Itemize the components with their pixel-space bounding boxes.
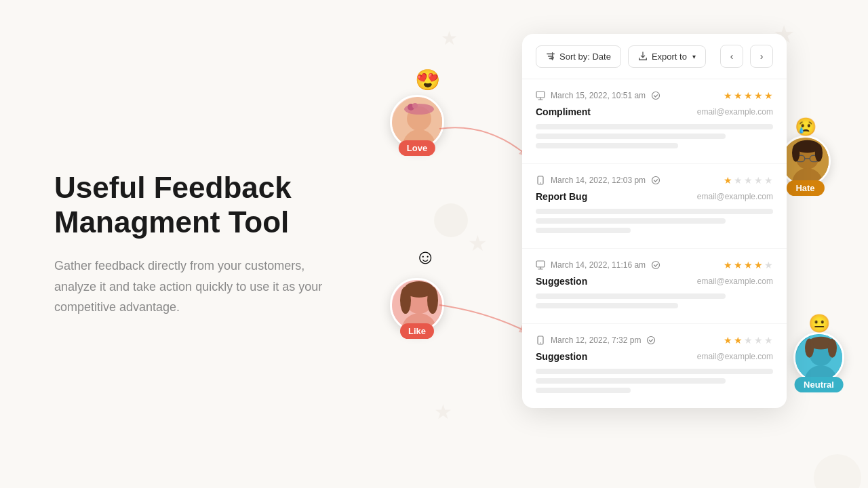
prev-icon: ‹: [730, 51, 734, 62]
star-3-2: ★: [734, 260, 743, 270]
svg-point-36: [648, 337, 655, 344]
mobile-icon-4: [536, 336, 545, 345]
svg-point-20: [815, 144, 823, 161]
monitor-icon-1: [536, 91, 545, 100]
date-4: March 12, 2022, 7:32 pm: [551, 336, 641, 345]
title-row-3: Suggestion email@example.com: [536, 276, 773, 287]
date-2: March 14, 2022, 12:03 pm: [551, 176, 646, 185]
stars-3: ★ ★ ★ ★ ★: [724, 260, 773, 270]
bg-star-1: ★: [441, 27, 458, 49]
bg-circle-1: [434, 203, 468, 237]
star-4-4: ★: [754, 335, 763, 346]
star-1-1: ★: [724, 90, 732, 101]
type-2: Report Bug: [536, 191, 587, 202]
date-row-3: March 14, 2022, 11:16 am: [536, 260, 660, 270]
feedback-list: March 15, 2022, 10:51 am ★ ★ ★ ★ ★ Compl…: [522, 79, 787, 408]
svg-point-28: [652, 92, 660, 100]
prev-button[interactable]: ‹: [720, 45, 743, 68]
svg-point-25: [805, 339, 814, 358]
star-4-3: ★: [744, 335, 753, 346]
type-4: Suggestion: [536, 351, 587, 362]
star-4-1: ★: [724, 335, 732, 346]
star-2-1: ★: [724, 175, 732, 186]
skeleton-2-1: [536, 209, 773, 214]
export-icon: [638, 52, 648, 61]
star-3-3: ★: [744, 260, 753, 270]
shield-icon-3: [651, 260, 660, 270]
export-button[interactable]: Export to ▾: [628, 45, 706, 68]
next-button[interactable]: ›: [750, 45, 773, 68]
feedback-meta-4: March 12, 2022, 7:32 pm ★ ★ ★ ★ ★: [536, 335, 773, 346]
title-row-1: Compliment email@example.com: [536, 106, 773, 117]
date-row-2: March 14, 2022, 12:03 pm: [536, 176, 660, 185]
feedback-item-1: March 15, 2022, 10:51 am ★ ★ ★ ★ ★ Compl…: [522, 79, 787, 164]
neutral-emoji: 😐: [808, 313, 830, 334]
svg-point-35: [540, 342, 541, 344]
avatar-love-container: Love: [390, 95, 444, 149]
svg-point-33: [652, 262, 660, 269]
star-3-1: ★: [724, 260, 732, 270]
date-1: March 15, 2022, 10:51 am: [551, 91, 646, 100]
svg-point-26: [828, 339, 837, 358]
shield-icon-4: [646, 336, 656, 345]
star-2-4: ★: [754, 175, 763, 186]
star-1-4: ★: [754, 90, 763, 101]
svg-point-30: [540, 182, 541, 184]
star-2-3: ★: [744, 175, 753, 186]
skeleton-1-1: [536, 124, 773, 129]
love-label: Love: [399, 140, 435, 156]
type-1: Compliment: [536, 106, 591, 117]
mobile-icon-2: [536, 176, 545, 185]
bg-star-3: ★: [468, 230, 488, 256]
like-label: Like: [400, 323, 434, 339]
svg-rect-27: [536, 92, 545, 98]
stars-2: ★ ★ ★ ★ ★: [724, 175, 773, 186]
title-row-4: Suggestion email@example.com: [536, 351, 773, 362]
sort-label: Sort by: Date: [559, 52, 611, 62]
feedback-panel: Sort by: Date Export to ▾ ‹ ›: [522, 34, 787, 408]
feedback-item-2: March 14, 2022, 12:03 pm ★ ★ ★ ★ ★ Repor…: [522, 164, 787, 249]
skeleton-4-1: [536, 369, 773, 374]
sort-button[interactable]: Sort by: Date: [536, 45, 621, 68]
skeleton-1-3: [536, 143, 678, 148]
star-3-4: ★: [754, 260, 763, 270]
shield-icon-1: [651, 91, 660, 100]
neutral-label: Neutral: [794, 377, 844, 392]
star-2-2: ★: [734, 175, 743, 186]
date-3: March 14, 2022, 11:16 am: [551, 260, 646, 270]
svg-point-19: [792, 144, 800, 161]
emoji-like: ☺️: [415, 245, 436, 268]
feedback-meta-2: March 14, 2022, 12:03 pm ★ ★ ★ ★ ★: [536, 175, 773, 186]
svg-point-5: [412, 103, 418, 108]
email-4: email@example.com: [697, 352, 773, 361]
main-subtitle: Gather feedback directly from your custo…: [54, 256, 339, 318]
sad-emoji: 😢: [795, 117, 816, 138]
hate-label: Hate: [786, 180, 824, 196]
skeleton-4-3: [536, 388, 631, 393]
emoji-love: 😍: [415, 68, 440, 92]
svg-point-11: [427, 287, 438, 314]
star-1-3: ★: [744, 90, 753, 101]
type-3: Suggestion: [536, 276, 587, 287]
stars-1: ★ ★ ★ ★ ★: [724, 90, 773, 101]
star-1-5: ★: [764, 90, 773, 101]
skeleton-2-2: [536, 218, 726, 224]
shield-icon-2: [651, 176, 660, 185]
left-section: Useful Feedback Managment Tool Gather fe…: [54, 171, 339, 318]
feedback-item-4: March 12, 2022, 7:32 pm ★ ★ ★ ★ ★ Sugges…: [522, 324, 787, 408]
hate-float: 😢 Hate: [780, 136, 831, 186]
star-3-5: ★: [764, 260, 773, 270]
chevron-down-icon: ▾: [692, 53, 696, 60]
title-row-2: Report Bug email@example.com: [536, 191, 773, 202]
feedback-meta-3: March 14, 2022, 11:16 am ★ ★ ★ ★ ★: [536, 260, 773, 270]
svg-point-31: [652, 177, 660, 184]
date-row-4: March 12, 2022, 7:32 pm: [536, 336, 656, 345]
email-2: email@example.com: [697, 192, 773, 201]
bg-star-4: ★: [434, 400, 452, 424]
export-label: Export to: [652, 52, 687, 62]
bg-circle-2: [814, 454, 861, 488]
date-row-1: March 15, 2022, 10:51 am: [536, 91, 660, 100]
sort-icon: [546, 52, 555, 61]
stars-4: ★ ★ ★ ★ ★: [724, 335, 773, 346]
neutral-float: 😐 Neutral: [793, 332, 844, 383]
